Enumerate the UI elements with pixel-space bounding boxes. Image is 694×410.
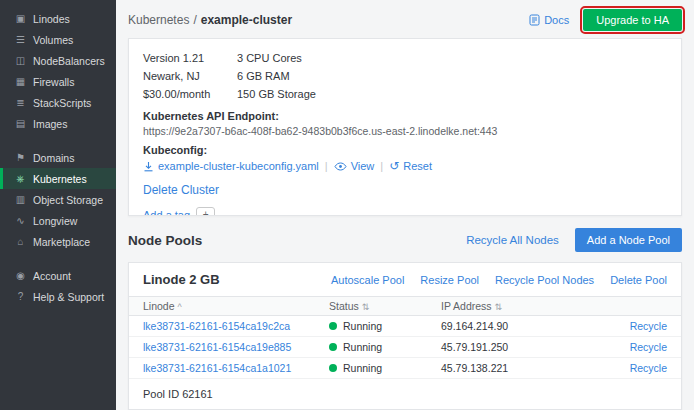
sidebar-item-label: Object Storage — [33, 194, 103, 206]
table-header-row: Linode^ Status⇅ IP Address⇅ — [129, 296, 681, 316]
sidebar-item-domains[interactable]: ⚑ Domains — [0, 147, 116, 168]
sidebar-item-label: Longview — [33, 215, 77, 227]
recycle-link[interactable]: Recycle — [601, 341, 681, 353]
docs-icon — [529, 14, 540, 26]
volumes-icon: ☰ — [13, 34, 28, 45]
status-label: Running — [343, 341, 382, 353]
sidebar-item-label: Images — [33, 118, 67, 130]
sidebar-item-help-support[interactable]: ? Help & Support — [0, 286, 116, 307]
status-dot-icon — [329, 343, 337, 351]
sidebar-item-label: Domains — [33, 152, 74, 164]
linode-link[interactable]: lke38731-62161-6154ca19e885 — [129, 341, 329, 353]
node-pool-card: Linode 2 GB Autoscale Pool Resize Pool R… — [128, 262, 682, 410]
column-header-linode[interactable]: Linode^ — [129, 300, 329, 312]
sidebar-item-longview[interactable]: ∿ Longview — [0, 210, 116, 231]
longview-icon: ∿ — [13, 215, 28, 226]
spec-storage: 150 GB Storage — [237, 85, 667, 103]
cluster-summary-card: Version 1.21 3 CPU Cores Newark, NJ 6 GB… — [128, 38, 682, 216]
tags-section: Add a tag + — [143, 207, 667, 216]
breadcrumb-separator: / — [193, 13, 196, 27]
sidebar-item-label: Volumes — [33, 34, 73, 46]
pool-action-links: Autoscale Pool Resize Pool Recycle Pool … — [331, 274, 667, 286]
separator: | — [325, 160, 328, 172]
sidebar-item-volumes[interactable]: ☰ Volumes — [0, 29, 116, 50]
delete-cluster-link[interactable]: Delete Cluster — [143, 183, 219, 197]
add-node-pool-button[interactable]: Add a Node Pool — [575, 228, 682, 252]
linodes-icon: ▣ — [13, 13, 28, 24]
kubeconfig-actions: example-cluster-kubeconfig.yaml | View |… — [143, 160, 667, 172]
ip-address: 45.79.191.250 — [441, 341, 601, 353]
view-label: View — [351, 160, 375, 172]
table-row: lke38731-62161-6154ca19e885 Running 45.7… — [129, 337, 681, 358]
sidebar-group-compute: ▣ Linodes ☰ Volumes ◫ NodeBalancers ▦ Fi… — [0, 8, 116, 134]
sort-icon: ⇅ — [495, 302, 503, 312]
header-actions: Docs Upgrade to HA — [529, 9, 682, 31]
status-dot-icon — [329, 322, 337, 330]
docs-link[interactable]: Docs — [529, 14, 569, 26]
add-tag-link[interactable]: Add a tag — [143, 209, 190, 217]
sidebar-item-images[interactable]: ▤ Images — [0, 113, 116, 134]
node-pools-title: Node Pools — [128, 233, 202, 248]
breadcrumb-section[interactable]: Kubernetes — [128, 13, 189, 27]
sidebar-item-account[interactable]: ◉ Account — [0, 265, 116, 286]
delete-pool-link[interactable]: Delete Pool — [610, 274, 667, 286]
main-content: Kubernetes / example-cluster Docs Upgrad… — [116, 0, 694, 410]
recycle-pool-nodes-link[interactable]: Recycle Pool Nodes — [495, 274, 594, 286]
kubernetes-icon: ⎈ — [13, 173, 28, 185]
add-tag-plus-button[interactable]: + — [196, 207, 215, 216]
sidebar-item-stackscripts[interactable]: ≣ StackScripts — [0, 92, 116, 113]
table-row: lke38731-62161-6154ca1a1021 Running 45.7… — [129, 358, 681, 379]
sort-asc-icon: ^ — [178, 302, 182, 312]
pool-id-footer: Pool ID 62161 — [129, 379, 681, 409]
node-pools-header: Node Pools Recycle All Nodes Add a Node … — [128, 228, 682, 252]
recycle-link[interactable]: Recycle — [601, 320, 681, 332]
recycle-link[interactable]: Recycle — [601, 362, 681, 374]
sidebar-item-firewalls[interactable]: ▦ Firewalls — [0, 71, 116, 92]
sidebar-item-object-storage[interactable]: ▥ Object Storage — [0, 189, 116, 210]
status-label: Running — [343, 320, 382, 332]
kubeconfig-reset-link[interactable]: ↺ Reset — [389, 160, 432, 172]
kubeconfig-view-link[interactable]: View — [334, 160, 375, 172]
node-pools-actions: Recycle All Nodes Add a Node Pool — [466, 228, 682, 252]
sidebar: ▣ Linodes ☰ Volumes ◫ NodeBalancers ▦ Fi… — [0, 0, 116, 410]
sidebar-item-label: StackScripts — [33, 97, 91, 109]
status-cell: Running — [329, 362, 441, 374]
spec-region: Newark, NJ — [143, 67, 237, 85]
ip-address: 45.79.138.221 — [441, 362, 601, 374]
sidebar-item-label: Help & Support — [33, 291, 104, 303]
api-endpoint-url: https://9e2a7307-b6ac-408f-ba62-9483b0b3… — [143, 125, 667, 137]
status-cell: Running — [329, 320, 441, 332]
reset-label: Reset — [403, 160, 432, 172]
resize-pool-link[interactable]: Resize Pool — [420, 274, 479, 286]
help-icon: ? — [13, 291, 28, 302]
kubeconfig-download-link[interactable]: example-cluster-kubeconfig.yaml — [143, 160, 319, 172]
api-endpoint-label: Kubernetes API Endpoint: — [143, 110, 667, 122]
breadcrumb-current: example-cluster — [201, 13, 292, 27]
sidebar-item-nodebalancers[interactable]: ◫ NodeBalancers — [0, 50, 116, 71]
table-row: lke38731-62161-6154ca19c2ca Running 69.1… — [129, 316, 681, 337]
marketplace-icon: ⌂ — [13, 236, 28, 247]
sidebar-item-linodes[interactable]: ▣ Linodes — [0, 8, 116, 29]
sidebar-item-label: Marketplace — [33, 236, 90, 248]
linode-link[interactable]: lke38731-62161-6154ca1a1021 — [129, 362, 329, 374]
domains-icon: ⚑ — [13, 152, 28, 163]
sidebar-item-label: Linodes — [33, 13, 70, 25]
sidebar-item-label: Firewalls — [33, 76, 74, 88]
linode-link[interactable]: lke38731-62161-6154ca19c2ca — [129, 320, 329, 332]
upgrade-to-ha-button[interactable]: Upgrade to HA — [583, 9, 682, 31]
sidebar-item-label: Kubernetes — [33, 173, 87, 185]
status-dot-icon — [329, 364, 337, 372]
sidebar-item-kubernetes[interactable]: ⎈ Kubernetes — [0, 168, 116, 189]
spec-ram: 6 GB RAM — [237, 67, 667, 85]
column-header-ip[interactable]: IP Address⇅ — [441, 300, 601, 312]
sort-icon: ⇅ — [362, 302, 370, 312]
sidebar-item-label: Account — [33, 270, 71, 282]
column-header-status[interactable]: Status⇅ — [329, 300, 441, 312]
pool-name: Linode 2 GB — [143, 272, 220, 287]
firewalls-icon: ▦ — [13, 76, 28, 87]
eye-icon — [334, 162, 347, 171]
sidebar-item-marketplace[interactable]: ⌂ Marketplace — [0, 231, 116, 252]
autoscale-pool-link[interactable]: Autoscale Pool — [331, 274, 404, 286]
recycle-all-nodes-link[interactable]: Recycle All Nodes — [466, 234, 559, 246]
docs-label: Docs — [544, 14, 569, 26]
